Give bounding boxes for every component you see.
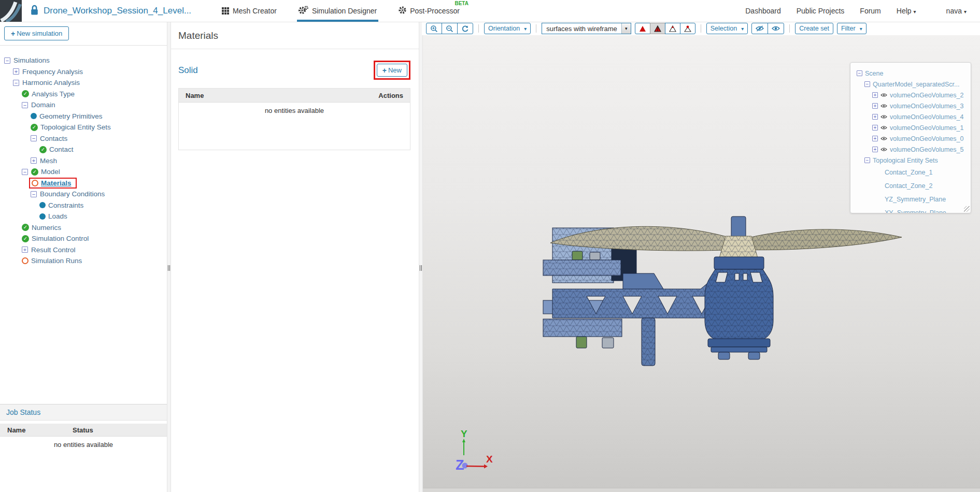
create-set-button[interactable]: Create set <box>795 23 833 34</box>
collapse-icon[interactable]: − <box>31 191 37 197</box>
visibility-eye-icon[interactable] <box>880 114 887 119</box>
orientation-dropdown[interactable]: Orientation ▾ <box>484 23 531 34</box>
visibility-eye-icon[interactable] <box>880 147 887 152</box>
project-title[interactable]: Drone_Workshop_Session_4_Level... <box>44 6 191 16</box>
user-menu[interactable]: nava▾ <box>946 7 967 15</box>
scene-tree-item[interactable]: +volumeOnGeoVolumes_2 <box>856 90 971 100</box>
status-check-icon: ✓ <box>31 168 38 176</box>
collapse-icon[interactable]: − <box>857 70 862 76</box>
plus-icon: + <box>11 31 15 36</box>
expand-icon[interactable]: + <box>872 103 878 109</box>
sim-tree-item[interactable]: ✓Topological Entity Sets <box>0 122 167 133</box>
collapse-icon[interactable]: − <box>31 135 37 141</box>
horizontal-scrollbar[interactable] <box>422 488 980 492</box>
sim-tree-item[interactable]: −Simulations <box>0 55 167 66</box>
zoom-in-button[interactable] <box>426 23 442 34</box>
render-points-cone-button[interactable] <box>680 23 695 34</box>
tree-item-label: Topological Entity Sets <box>873 157 938 164</box>
collapse-icon[interactable]: − <box>22 102 28 108</box>
render-solid-cone-button[interactable] <box>635 23 650 34</box>
new-simulation-button[interactable]: + New simulation <box>4 26 69 40</box>
collapse-icon[interactable]: − <box>864 81 870 87</box>
scene-tree-item[interactable]: Contact_Zone_2 <box>856 179 971 193</box>
tree-item-label: YZ_Symmetry_Plane <box>885 196 946 203</box>
sim-tree-item[interactable]: +Frequency Analysis <box>0 66 167 78</box>
caret-down-icon: ▾ <box>964 9 967 15</box>
hide-selection-button[interactable] <box>751 23 768 34</box>
visibility-eye-icon[interactable] <box>880 104 887 108</box>
top-header: Drone_Workshop_Session_4_Level... Mesh C… <box>0 0 980 22</box>
scene-tree-item[interactable]: +volumeOnGeoVolumes_5 <box>856 144 971 155</box>
expand-icon[interactable]: + <box>13 68 19 75</box>
scene-tree-item[interactable]: +volumeOnGeoVolumes_1 <box>856 122 971 133</box>
sim-tree-item[interactable]: −Domain <box>0 99 167 111</box>
sim-tree-item[interactable]: Materials <box>0 178 167 189</box>
splitter-grip-icon <box>168 265 170 271</box>
tab-mesh-creator[interactable]: Mesh Creator <box>220 0 278 22</box>
viewport-toolbar: Orientation ▾ surfaces with wireframe ▾ <box>422 22 980 35</box>
selection-dropdown[interactable]: Selection ▾ <box>706 23 748 34</box>
scene-tree-item[interactable]: XY_Symmetry_Plane <box>856 206 971 213</box>
collapse-icon[interactable]: − <box>22 169 28 175</box>
tree-item-label: Mesh <box>40 157 57 165</box>
job-status-table-header: Name Status <box>0 424 167 437</box>
collapse-icon[interactable]: − <box>4 57 10 64</box>
filter-dropdown[interactable]: Filter ▾ <box>837 23 867 34</box>
expand-icon[interactable]: + <box>872 125 878 131</box>
viewport-canvas[interactable]: Y Z X −Scene−QuarterModel_separatedScr..… <box>422 35 980 488</box>
expand-icon[interactable]: + <box>872 92 878 98</box>
visibility-eye-icon[interactable] <box>880 136 887 141</box>
sim-tree-item[interactable]: ✓Analysis Type <box>0 89 167 100</box>
expand-icon[interactable]: + <box>872 136 878 141</box>
render-wireframe-cone-button[interactable] <box>665 23 680 34</box>
nav-forum[interactable]: Forum <box>860 7 880 15</box>
collapse-icon[interactable]: − <box>864 157 870 163</box>
visibility-eye-icon[interactable] <box>880 93 887 97</box>
sim-tree-item[interactable]: −Contacts <box>0 133 167 144</box>
expand-icon[interactable]: + <box>872 114 878 120</box>
scene-tree-item[interactable]: −Topological Entity Sets <box>856 155 971 166</box>
sim-tree-item[interactable]: +Result Control <box>0 244 167 256</box>
sim-tree-item[interactable]: −Boundary Conditions <box>0 189 167 200</box>
display-mode-select[interactable]: surfaces with wireframe ▾ <box>542 23 631 34</box>
expand-icon[interactable]: + <box>872 147 878 152</box>
scene-tree-item[interactable]: YZ_Symmetry_Plane <box>856 193 971 206</box>
scene-tree-item[interactable]: −Scene <box>856 68 971 79</box>
expand-icon[interactable]: + <box>31 157 37 164</box>
status-dot-icon <box>31 113 37 119</box>
visibility-eye-icon[interactable] <box>880 125 887 130</box>
show-selection-button[interactable] <box>768 23 784 34</box>
resize-handle-icon[interactable] <box>964 206 970 212</box>
render-shaded-cone-button[interactable] <box>650 23 665 34</box>
panel-splitter[interactable] <box>419 22 423 492</box>
expand-icon[interactable]: + <box>22 247 28 253</box>
sim-tree-item[interactable]: ✓Simulation Control <box>0 233 167 244</box>
sim-tree-item[interactable]: Geometry Primitives <box>0 111 167 122</box>
scene-tree-item[interactable]: +volumeOnGeoVolumes_0 <box>856 133 971 144</box>
simscale-logo-icon[interactable] <box>0 0 22 22</box>
sim-tree-item[interactable]: +Mesh <box>0 155 167 167</box>
nav-dashboard[interactable]: Dashboard <box>745 7 781 15</box>
zoom-out-button[interactable] <box>442 23 458 34</box>
scene-tree-item[interactable]: +volumeOnGeoVolumes_3 <box>856 100 971 111</box>
sim-tree-item[interactable]: ✓Contact <box>0 144 167 155</box>
help-menu[interactable]: Help▾ <box>897 7 916 15</box>
nav-public-projects[interactable]: Public Projects <box>797 7 845 15</box>
panel-splitter[interactable] <box>167 22 171 492</box>
reset-view-button[interactable] <box>457 23 473 34</box>
tab-label: Simulation Designer <box>312 7 377 15</box>
collapse-icon[interactable]: − <box>13 80 19 86</box>
sim-tree-item[interactable]: ✓Numerics <box>0 222 167 234</box>
sim-tree-item[interactable]: Constraints <box>0 200 167 211</box>
scene-tree-item[interactable]: +volumeOnGeoVolumes_4 <box>856 111 971 122</box>
tab-simulation-designer[interactable]: Simulation Designer <box>297 0 378 22</box>
sim-tree-item[interactable]: −✓Model <box>0 166 167 178</box>
tree-item-label: Simulations <box>13 56 50 64</box>
new-material-button[interactable]: + New <box>377 64 407 77</box>
tab-post-processor[interactable]: Post-Processor BETA <box>397 0 461 22</box>
sim-tree-item[interactable]: Simulation Runs <box>0 255 167 267</box>
sim-tree-item[interactable]: Loads <box>0 211 167 222</box>
scene-tree-item[interactable]: Contact_Zone_1 <box>856 166 971 179</box>
scene-tree-item[interactable]: −QuarterModel_separatedScr... <box>856 79 971 90</box>
sim-tree-item[interactable]: −Harmonic Analysis <box>0 77 167 89</box>
